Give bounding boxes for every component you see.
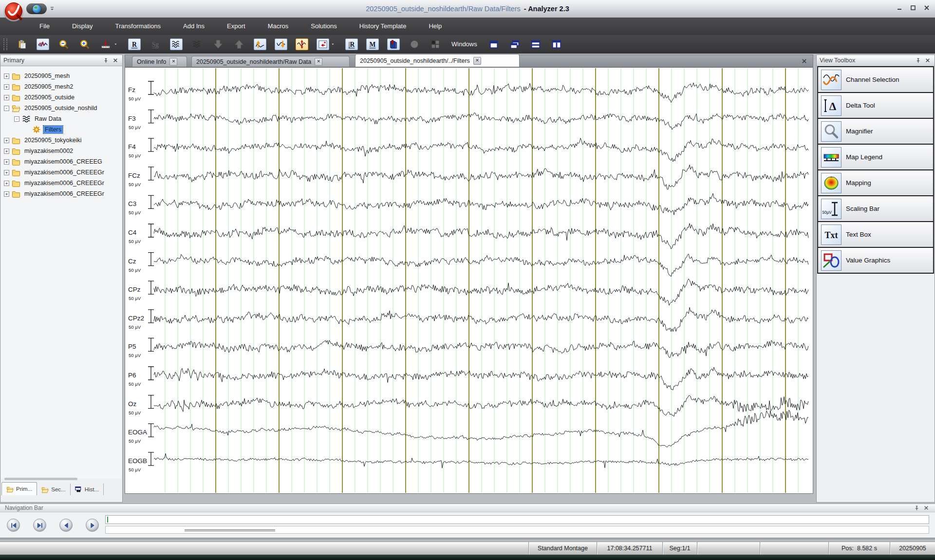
close-view-icon[interactable] xyxy=(801,57,808,65)
tree-expander-icon[interactable]: + xyxy=(4,191,9,197)
tree-expander-icon[interactable]: + xyxy=(4,159,9,165)
overlay-channels-icon[interactable] xyxy=(170,38,183,50)
page-down-icon[interactable] xyxy=(212,38,224,50)
display-settings-icon[interactable] xyxy=(37,38,49,50)
sync-views-icon[interactable] xyxy=(408,38,421,50)
maximize-button[interactable] xyxy=(909,4,917,12)
toolbox-item-map-legend[interactable]: Map Legend xyxy=(817,145,934,170)
tree-item-20250905-tokyokeiki[interactable]: +20250905_tokyokeiki xyxy=(1,135,122,146)
tree-item-miyazakisem0006-creeeg[interactable]: +miyazakisem0006_CREEEG xyxy=(1,156,122,167)
toolbar-grip[interactable] xyxy=(3,38,7,50)
tree-item-filters[interactable]: Filters xyxy=(1,124,122,135)
tree-item-miyazakisem0006-creeegr[interactable]: +miyazakisem0006_CREEEGr xyxy=(1,178,122,188)
toolbox-item-scaling-bar[interactable]: 50μVScaling Bar xyxy=(817,196,934,222)
tree-item-20250905-mesh[interactable]: +20250905_mesh xyxy=(1,71,122,81)
overview-track[interactable] xyxy=(105,526,929,534)
position-track[interactable] xyxy=(105,515,929,524)
new-window-icon[interactable] xyxy=(487,38,500,50)
nav-skip-end-button[interactable] xyxy=(33,519,46,532)
close-panel-icon[interactable] xyxy=(922,504,930,512)
document-tab-1[interactable]: Online Info✕ xyxy=(132,56,187,67)
montage-icon[interactable]: M xyxy=(366,38,379,50)
menu-help[interactable]: Help xyxy=(417,18,453,35)
bookmark-icon[interactable] xyxy=(387,38,400,50)
interval-size-icon[interactable] xyxy=(317,38,329,50)
pin-icon[interactable] xyxy=(914,56,922,64)
sidebar-tab-prim[interactable]: Prim... xyxy=(1,482,37,495)
overview-thumb[interactable] xyxy=(185,529,275,532)
tile-vertical-icon[interactable] xyxy=(550,38,563,50)
tree-item-miyazakisem0006-creeegr[interactable]: +miyazakisem0006_CREEEGr xyxy=(1,188,122,199)
toolbox-item-channel-selection[interactable]: Channel Selection xyxy=(817,66,934,93)
marker-tool-icon[interactable] xyxy=(296,38,308,50)
quick-access-toolbar[interactable] xyxy=(26,3,47,14)
grid-view-icon[interactable] xyxy=(191,38,204,50)
close-button[interactable] xyxy=(922,4,931,12)
toolbox-item-value-graphics[interactable]: Value Graphics xyxy=(817,248,934,274)
zoom-in-icon[interactable] xyxy=(78,38,91,50)
menu-transformations[interactable]: Transformations xyxy=(104,18,172,35)
interval-dropdown[interactable] xyxy=(331,38,337,50)
tree-item-miyazakisem0002[interactable]: +miyazakisem0002 xyxy=(1,146,122,156)
toolbar-options-dropdown[interactable] xyxy=(50,6,55,11)
nav-skip-start-button[interactable] xyxy=(7,519,20,532)
zoom-out-icon[interactable] xyxy=(57,38,70,50)
paste-icon[interactable] xyxy=(16,38,28,50)
document-tab-2[interactable]: 20250905_outside_noshildearth/Raw Data✕ xyxy=(191,56,350,67)
close-panel-icon[interactable] xyxy=(924,56,932,64)
amplitude-up-icon[interactable] xyxy=(254,38,266,50)
segmentation-icon[interactable]: Sg xyxy=(149,38,162,50)
new-reference-icon[interactable]: |R xyxy=(345,38,358,50)
menu-solutions[interactable]: Solutions xyxy=(299,18,348,35)
amplitude-down-icon[interactable] xyxy=(275,38,287,50)
menu-file[interactable]: File xyxy=(28,18,61,35)
menu-display[interactable]: Display xyxy=(61,18,104,35)
tree-expander-icon[interactable]: + xyxy=(4,74,9,79)
sidebar-tab-hist[interactable]: Hist... xyxy=(71,484,104,495)
sidebar-tab-sec[interactable]: Sec... xyxy=(37,484,70,495)
tree-item-raw-data[interactable]: -Raw Data xyxy=(1,113,122,124)
tree-expander-icon[interactable]: + xyxy=(4,138,9,143)
tree-item-20250905-outside[interactable]: +20250905_outside xyxy=(1,92,122,103)
tree-item-20250905-mesh2[interactable]: +20250905_mesh2 xyxy=(1,81,122,92)
tile-views-icon[interactable] xyxy=(429,38,442,50)
rescale-dropdown[interactable] xyxy=(113,38,120,50)
close-panel-icon[interactable] xyxy=(112,56,119,64)
reference-icon[interactable]: R xyxy=(128,38,141,50)
tab-close-icon[interactable]: ✕ xyxy=(473,57,481,65)
menu-history-template[interactable]: History Template xyxy=(348,18,418,35)
toolbox-item-mapping[interactable]: Mapping xyxy=(817,170,934,196)
minimize-button[interactable] xyxy=(895,4,904,12)
tree-hscrollbar[interactable] xyxy=(4,478,77,480)
tab-close-icon[interactable]: ✕ xyxy=(315,58,322,66)
cascade-windows-icon[interactable] xyxy=(508,38,521,50)
tree-item-20250905-outside-noshild[interactable]: -20250905_outside_noshild xyxy=(1,103,122,113)
page-up-icon[interactable] xyxy=(233,38,245,50)
eeg-view[interactable]: Fz50 μVF350 μVF450 μVFCz50 μVC350 μVC450… xyxy=(125,67,813,494)
tree-expander-icon[interactable]: + xyxy=(4,181,9,186)
pin-icon[interactable] xyxy=(913,504,920,512)
app-logo-icon[interactable] xyxy=(3,0,24,22)
toolbox-item-magnifier[interactable]: Magnifier xyxy=(817,119,934,145)
tile-horizontal-icon[interactable] xyxy=(529,38,542,50)
rescale-channels-icon[interactable] xyxy=(99,38,112,50)
windows-label[interactable]: Windows xyxy=(451,40,477,48)
tree-expander-icon[interactable]: + xyxy=(4,95,9,100)
toolbox-item-delta-tool[interactable]: ΔDelta Tool xyxy=(817,93,934,119)
tree-expander-icon[interactable]: + xyxy=(4,84,9,90)
menu-macros[interactable]: Macros xyxy=(257,18,300,35)
tree-expander-icon[interactable]: + xyxy=(4,149,9,154)
tree-expander-icon[interactable]: - xyxy=(4,106,9,111)
nav-step-back-button[interactable] xyxy=(59,519,73,532)
menu-add-ins[interactable]: Add Ins xyxy=(172,18,216,35)
tree-expander-icon[interactable]: - xyxy=(14,116,19,122)
toolbox-item-text-box[interactable]: TxtText Box xyxy=(817,222,934,248)
nav-step-forward-button[interactable] xyxy=(86,519,99,532)
pin-icon[interactable] xyxy=(102,56,110,64)
tree-expander-icon[interactable]: + xyxy=(4,170,9,175)
position-caret[interactable] xyxy=(107,517,108,523)
document-tab-3[interactable]: 20250905_outside_noshildearth/../Filters… xyxy=(355,54,520,67)
menu-export[interactable]: Export xyxy=(216,18,257,35)
tree-item-miyazakisem0006-creeegr[interactable]: +miyazakisem0006_CREEEGr xyxy=(1,167,122,178)
tab-close-icon[interactable]: ✕ xyxy=(169,58,177,66)
